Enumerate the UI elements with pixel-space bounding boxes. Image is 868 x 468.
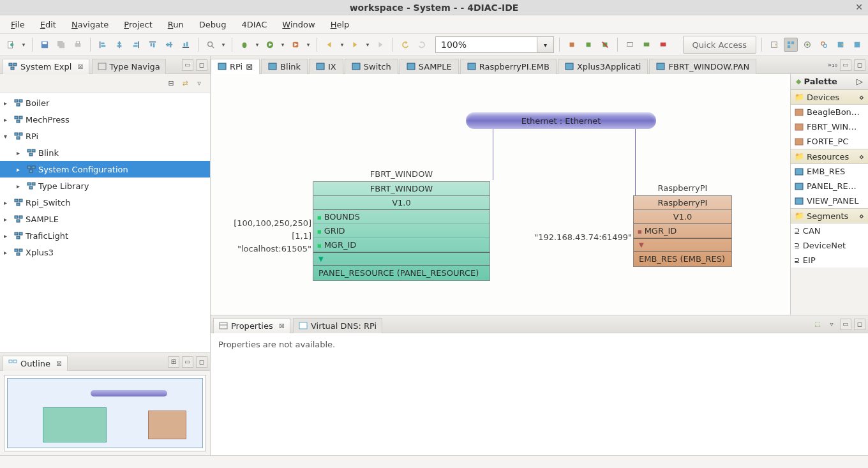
tree-arrow-icon[interactable]: ▸ [17, 149, 24, 156]
device-raspberrypi[interactable]: RaspberryPI RaspberryPI V1.0 MGR_ID ▼ EM… [633, 195, 732, 267]
tab-outline[interactable]: Outline⊠ [3, 356, 68, 371]
nav-back-dropdown[interactable]: ▾ [339, 38, 345, 52]
maximize-view-button[interactable]: ◻ [196, 59, 207, 71]
close-icon[interactable]: ⊠ [77, 63, 83, 71]
align-left-button[interactable] [96, 38, 110, 52]
deploy-button[interactable] [640, 38, 654, 52]
clean-button[interactable] [656, 38, 670, 52]
window-close-button[interactable]: ✕ [855, 2, 863, 12]
editor-tab-ix[interactable]: IX [309, 59, 343, 74]
print-button[interactable] [71, 38, 85, 52]
outline-mode-button[interactable]: ⊞ [168, 356, 179, 368]
tab-type-navigator[interactable]: Type Naviga [92, 59, 166, 74]
pin-view-button[interactable]: ⬚ [812, 319, 823, 330]
persp-system-button[interactable] [784, 38, 798, 52]
persp-other-button[interactable] [850, 38, 864, 52]
minimize-view-button[interactable]: ▭ [840, 319, 851, 330]
editor-tab-fbrt-window-pan[interactable]: FBRT_WINDOW.PAN [649, 59, 756, 74]
editor-tab-blink[interactable]: Blink [261, 59, 308, 74]
close-icon[interactable]: ⊠ [279, 322, 285, 330]
debug-button[interactable] [237, 38, 251, 52]
align-center-button[interactable] [112, 38, 126, 52]
maximize-view-button[interactable]: ◻ [196, 356, 207, 368]
tree-item-boiler[interactable]: ▸Boiler [0, 94, 210, 111]
tree-item-sample[interactable]: ▸SAMPLE [0, 211, 210, 227]
overflow-tabs-button[interactable]: »₁₀ [827, 61, 837, 69]
menu-debug[interactable]: Debug [192, 17, 234, 33]
persp-deploy-button[interactable] [834, 38, 848, 52]
align-bottom-button[interactable] [179, 38, 193, 52]
close-icon[interactable]: ⊠ [56, 359, 62, 368]
redo-button[interactable] [415, 38, 429, 52]
view-menu-button[interactable]: ▿ [826, 319, 837, 330]
palette-drawer-devices[interactable]: 📁Devices⋄ [791, 89, 868, 105]
tree-item-blink[interactable]: ▸Blink [0, 144, 210, 161]
palette-item[interactable]: ⊇DeviceNet [791, 238, 868, 253]
editor-tab-switch[interactable]: Switch [345, 59, 398, 74]
editor-tab-rpi[interactable]: RPi⊠ [211, 59, 260, 74]
nav-last-button[interactable] [373, 38, 387, 52]
ext-tools-dropdown[interactable]: ▾ [305, 38, 311, 52]
tree-arrow-icon[interactable]: ▸ [4, 116, 11, 123]
palette-item[interactable]: VIEW_PANEL [791, 193, 868, 208]
menu-help[interactable]: Help [324, 17, 357, 33]
save-all-button[interactable] [54, 38, 68, 52]
search-button[interactable] [204, 38, 218, 52]
editor-tab-raspberrypi-emb[interactable]: RaspberryPI.EMB [460, 59, 557, 74]
menu-4diac[interactable]: 4DIAC [235, 17, 274, 33]
close-icon[interactable]: ⊠ [246, 62, 253, 72]
tree-item-xplus3[interactable]: ▸Xplus3 [0, 244, 210, 260]
palette-item[interactable]: ⊇CAN [791, 223, 868, 238]
zoom-dropdown[interactable]: ▾ [537, 36, 554, 53]
menu-file[interactable]: File [4, 17, 32, 33]
ext-tools-button[interactable] [288, 38, 303, 52]
device-fbrt-window[interactable]: FBRT_WINDOW FBRT_WINDOW V1.0 BOUNDS GRID… [313, 181, 490, 281]
editor-tab-sample[interactable]: SAMPLE [400, 59, 459, 74]
undo-button[interactable] [398, 38, 412, 52]
system-explorer-tree[interactable]: ▸Boiler▸MechPress▾RPi▸Blink▸System Confi… [0, 93, 210, 352]
menu-project[interactable]: Project [117, 17, 160, 33]
align-middle-button[interactable] [162, 38, 176, 52]
zoom-combo[interactable]: ▾ [435, 36, 554, 53]
zoom-input[interactable] [435, 36, 537, 53]
fb-delete-button[interactable] [598, 38, 612, 52]
align-top-button[interactable] [146, 38, 160, 52]
tree-item-system-configuration[interactable]: ▸System Configuration [0, 161, 210, 177]
collapse-all-button[interactable]: ⊟ [165, 78, 177, 89]
tab-properties[interactable]: Properties⊠ [213, 318, 290, 333]
palette-item[interactable]: EMB_RES [791, 164, 868, 179]
nav-back-button[interactable] [322, 38, 336, 52]
tree-item-mechpress[interactable]: ▸MechPress [0, 111, 210, 128]
outline-thumbnail[interactable] [4, 375, 206, 451]
palette-drawer-resources[interactable]: 📁Resources⋄ [791, 149, 868, 164]
palette-item[interactable]: PANEL_RE… [791, 179, 868, 193]
menu-run[interactable]: Run [161, 17, 191, 33]
nav-fwd-dropdown[interactable]: ▾ [364, 38, 371, 52]
fb-new-button[interactable] [565, 38, 579, 52]
monitor-button[interactable] [623, 38, 637, 52]
minimize-view-button[interactable]: ▭ [840, 59, 851, 71]
tree-item-rpi_switch[interactable]: ▸Rpi_Switch [0, 194, 210, 211]
tree-arrow-icon[interactable]: ▸ [17, 166, 24, 173]
maximize-view-button[interactable]: ◻ [854, 319, 865, 330]
diagram-canvas[interactable]: Ethernet : Ethernet FBRT_WINDOW FBRT_WIN… [211, 74, 790, 315]
tree-arrow-icon[interactable]: ▸ [4, 199, 11, 206]
palette-item[interactable]: FORTE_PC [791, 134, 868, 149]
fb-edit-button[interactable] [581, 38, 595, 52]
tab-virtual-dns[interactable]: Virtual DNS: RPi [293, 318, 382, 333]
maximize-view-button[interactable]: ◻ [854, 59, 865, 71]
menu-edit[interactable]: Edit [33, 17, 63, 33]
palette-item[interactable]: BeagleBon… [791, 105, 868, 119]
new-dropdown[interactable]: ▾ [20, 38, 27, 52]
tree-item-rpi[interactable]: ▾RPi [0, 128, 210, 144]
ethernet-segment[interactable]: Ethernet : Ethernet [466, 112, 656, 129]
palette-header[interactable]: ◆Palette ▷ [791, 74, 868, 89]
run-dropdown[interactable]: ▾ [280, 38, 286, 52]
view-menu-button[interactable]: ▿ [193, 78, 205, 89]
palette-item[interactable]: FBRT_WIN… [791, 119, 868, 134]
persp-open-button[interactable] [767, 38, 781, 52]
persp-debug-button[interactable] [800, 38, 814, 52]
editor-tab-xplus3applicati[interactable]: Xplus3Applicati [558, 59, 648, 74]
palette-drawer-segments[interactable]: 📁Segments⋄ [791, 208, 868, 223]
debug-dropdown[interactable]: ▾ [254, 38, 260, 52]
